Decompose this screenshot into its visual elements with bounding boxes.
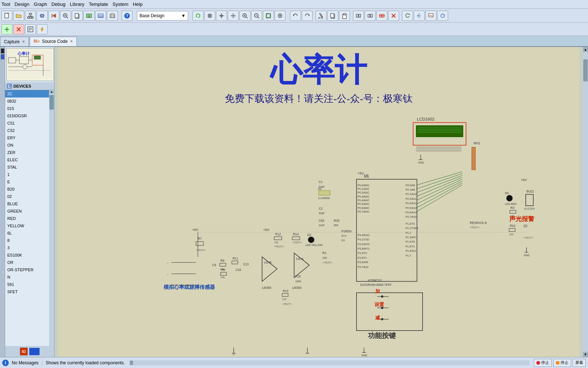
svg-text:<TEXT>: <TEXT> [274,245,284,248]
bus-button[interactable] [365,11,376,21]
cut-button[interactable] [316,11,327,21]
menu-library[interactable]: Library [70,1,85,7]
view-button[interactable] [275,11,286,21]
menu-debug[interactable]: Debug [51,1,65,7]
device-item-2c[interactable]: 2C [5,90,49,97]
menu-help[interactable]: Help [133,1,143,7]
horizontal-scrollbar[interactable] [129,360,529,365]
schematic-area[interactable]: 心率计 免费下载该资料！请关注-公-众-号：极寒钛 LCD1602 [55,47,583,357]
open-file-button[interactable] [13,11,24,21]
device-item-591[interactable]: 591 [5,281,49,288]
tab-source-code-close[interactable]: ✕ [70,39,73,43]
svg-text:U3:B: U3:B [264,261,272,264]
device-item-n[interactable]: N [5,273,49,281]
design-dropdown[interactable]: Base Design ▼ [137,11,188,21]
screen-button[interactable]: 屏幕 [573,359,586,367]
scroll-up-button[interactable]: ▲ [583,47,588,52]
tab-capture-close[interactable]: ✕ [22,40,25,44]
device-item-8[interactable]: 8 [5,237,49,244]
right-scrollbar[interactable]: ▲ ▼ [583,47,588,357]
menu-system[interactable]: System [112,1,128,7]
delete2-button[interactable] [13,24,24,34]
component-button[interactable] [37,11,48,21]
device-item-ery[interactable]: ERY [5,134,49,141]
diff-button[interactable] [376,11,387,21]
properties-button[interactable] [25,24,36,34]
device-item-es100k[interactable]: ES100K [5,251,49,259]
device-item-red[interactable]: RED [5,215,49,222]
h-scroll-thumb[interactable] [130,361,133,365]
device-item-6l[interactable]: 6L [5,229,49,237]
zoom-in-button[interactable] [239,11,250,21]
scroll-thumb[interactable] [583,59,588,81]
device-item-yellow[interactable]: YELLOW [5,222,49,229]
scroll-down-button[interactable]: ▼ [583,352,588,357]
device-item-or-stepper[interactable]: OR-STEPPER [5,266,49,273]
currency-button[interactable]: $ [83,11,94,21]
flash-button[interactable] [37,24,48,34]
device-item-3[interactable]: 3 [5,244,49,251]
device-item-or[interactable]: OR [5,259,49,266]
device-item-c52[interactable]: C52 [5,127,49,134]
svg-text:$: $ [88,15,90,18]
svg-text:--: -- [167,284,169,287]
device-item-015[interactable]: 015 [5,105,49,112]
new-schematic-button[interactable] [1,11,12,21]
menu-graph[interactable]: Graph [34,1,47,7]
crosshair-button[interactable] [216,11,227,21]
menu-template[interactable]: Template [89,1,108,7]
pause-button[interactable]: 停止 [553,359,571,367]
device-item-c51[interactable]: C51 [5,119,49,127]
stop-button-1[interactable]: 停止 [534,359,552,367]
copy-button[interactable] [72,11,83,21]
device-item-1[interactable]: 1 [5,171,49,178]
menu-tool[interactable]: Tool [1,1,10,7]
status-message: Shows the currently loaded components. [46,360,125,365]
device-item-stal[interactable]: STAL [5,163,49,171]
device-item-02[interactable]: 02 [5,193,49,200]
refresh-button[interactable] [193,11,204,21]
device-item-blue[interactable]: BLUE [5,200,49,207]
device-item-zer[interactable]: ZER [5,149,49,156]
device-item-on[interactable]: ON [5,141,49,149]
tools2-button[interactable] [437,11,448,21]
print-button[interactable] [107,11,118,21]
grid-button[interactable] [204,11,215,21]
device-item-015idgsr[interactable]: 015IDGSR [5,112,49,119]
menu-design[interactable]: Design [15,1,29,7]
tab-source-code[interactable]: 01≡ Source Code ✕ [30,37,77,46]
sidebar-blue-button[interactable] [29,348,40,355]
rotate-cw-button[interactable] [402,11,413,21]
wire-button[interactable] [353,11,364,21]
add-button[interactable] [1,24,12,34]
color-swatch-blue[interactable] [1,54,4,59]
zoom-out-button[interactable] [251,11,262,21]
device-item-e[interactable]: E [5,178,49,185]
annotate-button[interactable] [425,11,436,21]
svg-text:P1REN: P1REN [341,230,351,233]
hierarchy-button[interactable] [25,11,36,21]
main-content: 心率计 免费下载该资料！请关注-公-众-号：极寒钛 LCD1602 [55,47,588,357]
move-button[interactable] [228,11,239,21]
redo-button[interactable] [302,11,313,21]
counter-button[interactable]: 010 [95,11,106,21]
undo-button[interactable] [290,11,301,21]
device-item-b20[interactable]: B20 [5,185,49,193]
help-button[interactable]: ? [122,11,133,21]
tab-capture[interactable]: Capture ✕ [0,37,29,46]
copy2-button[interactable] [327,11,338,21]
mirror-button[interactable] [414,11,425,21]
device-item-sfet[interactable]: SFET [5,288,49,295]
svg-text:+5V: +5V [192,228,199,232]
sidebar-io-button[interactable]: IO [20,347,28,356]
delete-button[interactable] [388,11,399,21]
fit-button[interactable] [263,11,274,21]
device-item-0832[interactable]: 0832 [5,97,49,105]
zoom-area-button[interactable] [60,11,71,21]
paste-button[interactable] [339,11,350,21]
device-item-elec[interactable]: ELEC [5,156,49,163]
schematic-thumbnail[interactable]: 心率计 [6,48,54,81]
navigate-back-button[interactable] [48,11,59,21]
device-item-green[interactable]: GREEN [5,207,49,215]
color-swatch-dark[interactable] [1,48,4,54]
